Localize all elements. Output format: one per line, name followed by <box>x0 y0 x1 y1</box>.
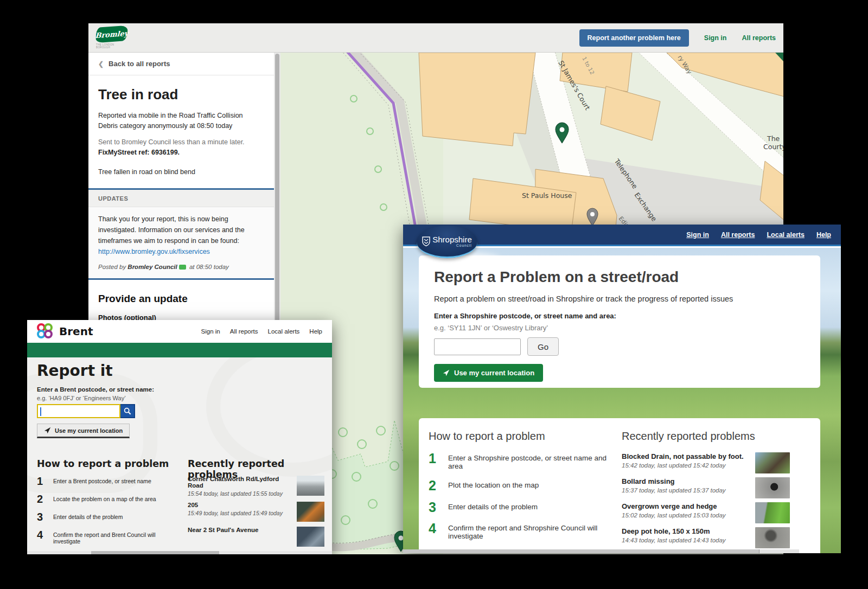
report-item-title: Blocked Drain, not passable by foot. <box>622 452 750 460</box>
report-item-time: 15:49 today, last updated 15:49 today <box>188 510 292 516</box>
sidebar-scrollbar-thumb[interactable] <box>275 54 279 328</box>
step-text: Enter a Shropshire postcode, or street n… <box>448 452 608 470</box>
report-thumbnail <box>755 477 790 498</box>
step-item: 3 Enter details of the problem <box>429 501 608 514</box>
shropshire-recent-title: Recently reported problems <box>622 430 790 443</box>
shropshire-postcode-input[interactable] <box>434 338 521 355</box>
brent-sign-in-link[interactable]: Sign in <box>201 328 220 335</box>
report-thumbnail <box>297 476 324 496</box>
bromley-logo-text: Bromley <box>95 25 128 43</box>
map-label-courtyard-2: Courtyard <box>763 143 783 151</box>
search-icon <box>124 407 131 415</box>
posted-by-text: Posted by <box>98 264 127 270</box>
step-number: 2 <box>37 494 46 504</box>
recent-report-item[interactable]: Overgrown verge and hedge 15:02 today, l… <box>622 502 790 523</box>
shropshire-sign-in-link[interactable]: Sign in <box>686 231 709 239</box>
report-sent-line: Sent to Bromley Council less than a minu… <box>98 137 264 158</box>
step-text: Enter a Brent postcode, or street name <box>53 476 151 484</box>
brent-nav: Sign in All reports Local alerts Help <box>201 328 322 335</box>
report-item-title: Corner Chatsworth Rd/Lydford Road <box>188 476 292 489</box>
report-description: Tree fallen in road on blind bend <box>98 167 264 177</box>
report-thumbnail <box>297 502 324 522</box>
recent-report-item[interactable]: Near 2 St Paul's Avenue <box>188 527 324 547</box>
step-number: 3 <box>37 511 46 522</box>
shropshire-postcode-example: e.g. ‘SY11 1JN’ or ‘Oswestry Library’ <box>434 324 805 332</box>
brent-postcode-input[interactable] <box>37 404 120 418</box>
step-number: 1 <box>37 476 46 486</box>
report-item-title: 205 <box>188 502 292 508</box>
bromley-sign-in-link[interactable]: Sign in <box>704 34 727 42</box>
shropshire-recent-list: Recently reported problems Blocked Drain… <box>622 430 790 553</box>
step-text: Enter details of the problem <box>53 511 123 520</box>
bromley-logo[interactable]: Bromley THE LONDON BOROUGH <box>96 27 129 49</box>
bromley-header: Bromley THE LONDON BOROUGH Report anothe… <box>88 23 783 53</box>
report-thumbnail <box>297 527 324 547</box>
shropshire-logo-subtitle: Council <box>432 244 472 247</box>
report-item-title: Bollard missing <box>622 477 750 485</box>
shropshire-use-location-button[interactable]: Use my current location <box>434 364 543 382</box>
posted-author: Bromley Council <box>127 264 177 270</box>
shropshire-local-alerts-link[interactable]: Local alerts <box>767 231 804 239</box>
recent-report-item[interactable]: Deep pot hole, 150 x 150m 14:43 today, l… <box>622 527 790 548</box>
brent-scrollbar-thumb[interactable] <box>91 551 219 554</box>
step-number: 3 <box>429 501 441 514</box>
brent-logo[interactable] <box>37 323 54 340</box>
step-number: 4 <box>37 529 46 540</box>
shropshire-help-link[interactable]: Help <box>816 231 831 239</box>
shropshire-shield-icon <box>422 236 430 246</box>
brent-search-button[interactable] <box>120 404 135 418</box>
back-to-all-reports-link[interactable]: ❮ Back to all reports <box>88 53 274 75</box>
recent-report-item[interactable]: Corner Chatsworth Rd/Lydford Road 15:54 … <box>188 476 324 497</box>
report-another-problem-button[interactable]: Report another problem here <box>579 29 689 47</box>
use-location-label: Use my current location <box>55 427 123 434</box>
report-item-title: Deep pot hole, 150 x 150m <box>622 527 750 535</box>
shropshire-page-subtitle: Report a problem on street/road in Shrop… <box>434 294 805 303</box>
brent-postcode-example: e.g. ‘HA9 0FJ’ or ‘Engineers Way’ <box>37 395 126 401</box>
chevron-left-icon: ❮ <box>98 60 104 68</box>
brent-horizontal-scrollbar[interactable] <box>27 551 332 554</box>
update-item: Thank you for your report, this is now b… <box>88 207 274 278</box>
shropshire-logo-text: Shropshire <box>432 235 472 244</box>
report-thumbnail <box>755 452 790 473</box>
step-item: 4 Confirm the report and Shropshire Coun… <box>429 522 608 540</box>
report-item-title: Overgrown verge and hedge <box>622 502 750 510</box>
posted-time: at 08:50 today <box>188 264 229 270</box>
shropshire-all-reports-link[interactable]: All reports <box>721 231 755 239</box>
report-item-time: 15:37 today, last updated 15:37 today <box>622 487 750 494</box>
brent-use-location-button[interactable]: Use my current location <box>37 424 130 438</box>
report-meta: Reported via mobile in the Road Traffic … <box>98 111 264 132</box>
recent-report-item[interactable]: 205 15:49 today, last updated 15:49 toda… <box>188 502 324 522</box>
posted-by-line: Posted by Bromley Council at 08:50 today <box>98 262 264 272</box>
brent-all-reports-link[interactable]: All reports <box>230 328 258 335</box>
brent-recent-list: Corner Chatsworth Rd/Lydford Road 15:54 … <box>188 476 324 552</box>
bromley-logo-subtitle: THE LONDON BOROUGH <box>96 43 129 49</box>
shropshire-steps-list: 1 Enter a Shropshire postcode, or street… <box>429 452 608 540</box>
step-item: 4 Confirm the report and Brent Council w… <box>37 529 178 545</box>
step-number: 1 <box>429 452 441 465</box>
brent-help-link[interactable]: Help <box>309 328 322 335</box>
brent-green-banner <box>27 343 332 357</box>
step-item: 1 Enter a Brent postcode, or street name <box>37 476 178 486</box>
step-item: 3 Enter details of the problem <box>37 511 178 522</box>
text-cursor <box>40 407 41 416</box>
shropshire-nav: Sign in All reports Local alerts Help <box>686 231 831 239</box>
shropshire-logo[interactable]: Shropshire Council <box>417 226 477 258</box>
step-text: Locate the problem on a map of the area <box>53 494 156 502</box>
brent-logo-text: Brent <box>59 325 93 338</box>
location-arrow-icon <box>44 427 51 434</box>
shropshire-go-button[interactable]: Go <box>527 337 559 356</box>
shropshire-scrollbar-thumb[interactable] <box>403 549 760 553</box>
shropshire-horizontal-scrollbar[interactable] <box>403 549 799 553</box>
update-link[interactable]: http://www.bromley.gov.uk/fixservices <box>98 248 210 255</box>
brent-steps-list: 1 Enter a Brent postcode, or street name… <box>37 476 178 552</box>
recent-report-item[interactable]: Bollard missing 15:37 today, last update… <box>622 477 790 498</box>
report-item-time: 15:54 today, last updated 15:55 today <box>188 490 292 497</box>
fixmystreet-ref: FixMyStreet ref: 6936199. <box>98 149 180 156</box>
brent-header: Brent Sign in All reports Local alerts H… <box>27 320 332 343</box>
recent-report-item[interactable]: Blocked Drain, not passable by foot. 15:… <box>622 452 790 473</box>
step-number: 2 <box>429 479 441 492</box>
bromley-all-reports-link[interactable]: All reports <box>742 34 776 42</box>
brent-local-alerts-link[interactable]: Local alerts <box>268 328 300 335</box>
step-item: 2 Locate the problem on a map of the are… <box>37 494 178 504</box>
shropshire-info-card: How to report a problem 1 Enter a Shrops… <box>419 418 820 553</box>
